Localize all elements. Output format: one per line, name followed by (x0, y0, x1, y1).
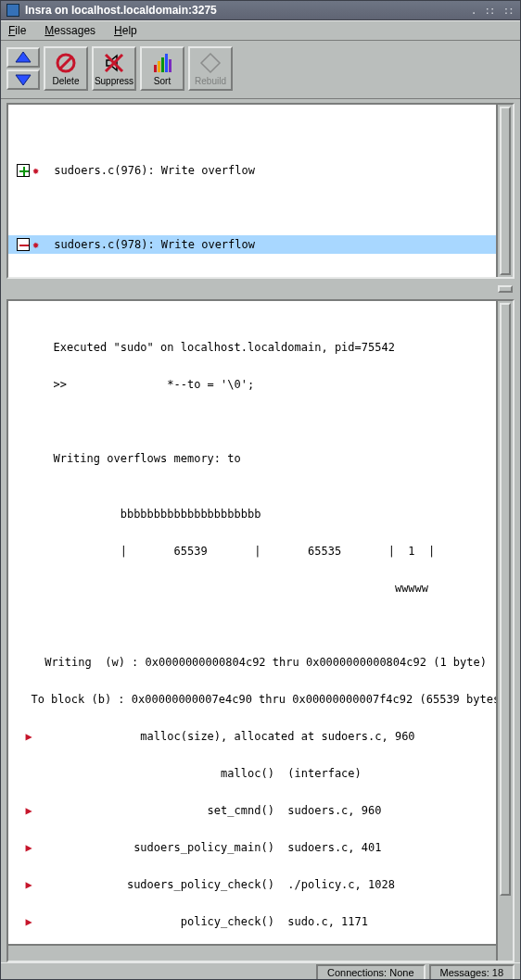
no-entry-icon (55, 52, 77, 74)
svg-rect-6 (154, 65, 157, 72)
error-text: sudoers.c(978): Write overflow (54, 235, 496, 254)
svg-marker-0 (16, 52, 31, 62)
menu-help[interactable]: Help (110, 21, 141, 40)
window-title: Insra on localhost.localdomain:3275 (25, 4, 473, 17)
svg-line-3 (59, 57, 72, 69)
panel-splitter[interactable] (6, 284, 515, 294)
error-text: sudoers.c(976): Write overflow (54, 161, 496, 180)
arrow-up-icon (14, 51, 32, 64)
scroll-thumb[interactable] (500, 107, 511, 275)
detail-hscrollbar[interactable] (8, 944, 496, 961)
sort-bars-icon (151, 52, 173, 74)
scroll-thumb[interactable] (500, 303, 511, 896)
delete-label: Delete (53, 76, 80, 86)
status-bar: Connections: None Messages: 18 (1, 962, 520, 980)
status-messages: Messages: 18 (429, 964, 515, 980)
app-icon (6, 4, 19, 17)
svg-marker-1 (16, 75, 31, 85)
suppress-button[interactable]: Suppress (92, 46, 136, 91)
delete-button[interactable]: Delete (44, 46, 88, 91)
bug-icon: ✹ (32, 161, 39, 180)
expand-icon[interactable] (17, 164, 30, 177)
error-list-scrollbar[interactable] (496, 105, 513, 277)
splitter-grip-icon[interactable] (498, 285, 513, 293)
rebuild-button[interactable]: Rebuild (188, 46, 233, 91)
bug-icon: ✹ (32, 235, 39, 254)
error-list-panel: ✹ sudoers.c(976): Write overflow ✹ sudoe… (6, 103, 515, 279)
svg-rect-8 (161, 57, 164, 72)
toolbar: Delete Suppress Sort Rebuild (1, 41, 520, 99)
trace-marker-icon: ▶ (18, 912, 40, 931)
sort-button[interactable]: Sort (140, 46, 184, 91)
error-row[interactable]: ✹ sudoers.c(976): Write overflow (8, 161, 496, 180)
title-bar: Insra on localhost.localdomain:3275 . ::… (1, 1, 520, 20)
svg-rect-10 (169, 59, 172, 72)
window-buttons[interactable]: . :: :: (473, 6, 515, 16)
svg-rect-7 (158, 61, 160, 72)
nav-up-button[interactable] (6, 47, 40, 68)
trace-marker-icon: ▶ (18, 727, 40, 746)
suppress-icon (103, 52, 125, 74)
svg-marker-11 (201, 54, 220, 72)
detail-text[interactable]: Executed "sudo" on localhost.localdomain… (8, 301, 496, 962)
arrow-down-icon (14, 73, 32, 86)
status-connections: Connections: None (316, 964, 426, 980)
trace-marker-icon: ▶ (18, 801, 40, 820)
menu-file[interactable]: File (5, 21, 30, 40)
rebuild-label: Rebuild (195, 76, 226, 86)
rebuild-icon (199, 52, 222, 74)
menu-messages[interactable]: Messages (41, 21, 99, 40)
collapse-icon[interactable] (17, 238, 30, 251)
trace-marker-icon: ▶ (18, 875, 40, 894)
svg-rect-9 (165, 54, 168, 72)
error-list[interactable]: ✹ sudoers.c(976): Write overflow ✹ sudoe… (8, 105, 496, 279)
detail-scrollbar[interactable] (496, 301, 513, 961)
menu-bar: File Messages Help (1, 20, 520, 41)
nav-down-button[interactable] (6, 69, 40, 90)
suppress-label: Suppress (95, 76, 133, 86)
error-row-selected[interactable]: ✹ sudoers.c(978): Write overflow (8, 235, 496, 254)
detail-panel: Executed "sudo" on localhost.localdomain… (6, 299, 515, 962)
work-area: ✹ sudoers.c(976): Write overflow ✹ sudoe… (1, 99, 520, 962)
trace-marker-icon: ▶ (18, 838, 40, 857)
sort-label: Sort (154, 76, 171, 86)
